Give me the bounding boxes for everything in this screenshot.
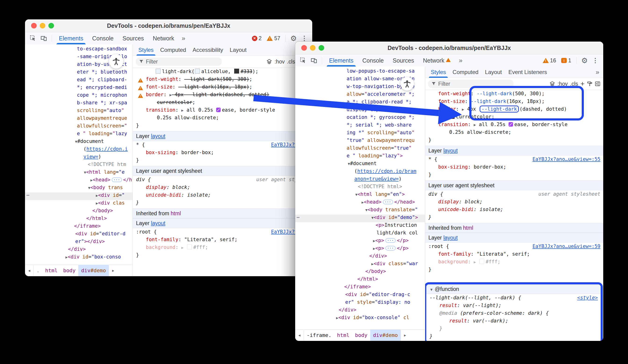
breadcrumb-item[interactable]: html (334, 330, 352, 341)
dock-side-icon[interactable] (595, 81, 600, 87)
css-declaration[interactable]: } (425, 214, 603, 222)
bezier-editor-icon[interactable] (508, 122, 513, 127)
dom-tree-line[interactable]: (https://cdpn.io/bram (295, 168, 425, 176)
dom-tree-line[interactable]: e " loading="lazy"> (295, 153, 425, 161)
dom-tree-line[interactable]: <!DOCTYPE html> (295, 184, 425, 191)
css-declaration[interactable]: box-sizing: border-box; (425, 164, 603, 172)
css-declaration[interactable]: font-weight: --light-dark(500, 300); (425, 91, 603, 99)
css-declaration[interactable]: background: ▶ #fff; (425, 259, 603, 267)
minimize-button[interactable] (310, 45, 315, 51)
tab-computed[interactable]: Computed (449, 66, 482, 78)
tab-console[interactable]: Console (88, 32, 117, 44)
device-toolbar-icon[interactable] (39, 34, 48, 43)
toggle-class-button[interactable]: .cls (570, 81, 578, 87)
dom-tree-line[interactable]: ▶<p>···</p> (295, 238, 425, 245)
dom-tree-line[interactable]: allowpaymentreque (25, 115, 133, 123)
tab-event-listeners[interactable]: Event Listeners (505, 66, 550, 78)
tab-sources[interactable]: Sources (119, 32, 148, 44)
device-toolbar-icon[interactable] (309, 56, 318, 65)
css-declaration[interactable]: @media (prefers-color-scheme: dark) { (426, 310, 601, 318)
toggle-hover-state-button[interactable]: :hov (274, 59, 284, 65)
css-declaration[interactable]: background: ▶ #fff; (133, 244, 312, 252)
css-declaration[interactable]: :root {EaYBJJx?view= (133, 229, 312, 237)
computed-layers-icon[interactable] (550, 81, 555, 87)
stylesheet-source-link[interactable]: EaYBJJx?ano…ue&view=:55 (532, 156, 600, 162)
css-declaration[interactable]: unicode-bidi: isolate; (133, 192, 312, 200)
dom-tree-line[interactable]: a *; clipboard-read *; (295, 99, 425, 107)
inspect-element-icon[interactable] (299, 56, 308, 65)
color-swatch[interactable] (234, 69, 239, 73)
css-declaration[interactable]: display: block; (133, 184, 312, 192)
zoom-button[interactable] (318, 45, 324, 51)
color-swatch[interactable] (450, 114, 455, 119)
dom-tree-line[interactable]: ▼<html lang="e (25, 169, 133, 177)
dom-tree-line[interactable]: allowfullscreen=" (25, 123, 133, 131)
css-declaration[interactable]: } (133, 200, 312, 208)
color-swatch[interactable] (195, 69, 200, 73)
more-tabs-chevron-icon[interactable]: » (457, 57, 464, 64)
tab-elements[interactable]: Elements (325, 55, 357, 66)
stylesheet-source-link[interactable]: <style> (577, 295, 598, 301)
breadcrumb-item[interactable]: div#demo (370, 330, 400, 341)
dom-tree-line[interactable]: ▶<div id="box-console" cl (295, 315, 425, 322)
error-count-badge[interactable]: ✕2 (252, 35, 262, 42)
dom-tree-line[interactable]: *; serial *; web-share (295, 122, 425, 130)
css-declaration[interactable]: } (425, 267, 603, 274)
rendering-emulation-icon[interactable] (587, 81, 592, 87)
css-declaration[interactable]: font-size: --light-dark(16px, 18px); (425, 99, 603, 106)
css-declaration[interactable]: transition: ▶ all 0.25s ease, border-sty… (425, 122, 603, 129)
css-declaration[interactable]: font-family: "Literata", serif; (133, 237, 312, 244)
dom-tree-line[interactable]: cope *; microphon (25, 92, 133, 100)
css-declaration[interactable]: } (426, 333, 601, 341)
toggle-class-button[interactable]: .cls (287, 59, 295, 65)
breadcrumb-item[interactable]: body (352, 330, 370, 341)
dom-tree-line[interactable]: </html> (25, 216, 133, 223)
dom-tree-line[interactable]: </div> (295, 253, 425, 261)
dom-tree-line[interactable]: ▶<div id="box-conso (25, 254, 133, 262)
tab-elements[interactable]: Elements (55, 32, 87, 44)
tab-styles[interactable]: Styles (135, 44, 157, 56)
css-declaration[interactable]: } (133, 122, 312, 130)
zoom-button[interactable] (48, 23, 54, 28)
css-declaration[interactable]: div {user agent stylesh (133, 177, 312, 184)
computed-layers-icon[interactable] (266, 59, 272, 64)
dom-tree-line[interactable]: er"></div> (25, 239, 133, 246)
css-declaration[interactable]: light-dark(aliceblue, #333); (133, 69, 312, 76)
css-declaration[interactable]: * {EaYBJJx?view= (133, 142, 312, 150)
color-swatch[interactable] (187, 244, 192, 249)
dom-tree-line[interactable]: anon=true&view=) (295, 176, 425, 184)
dom-tree-line[interactable]: </div> (295, 307, 425, 315)
dom-tree-line[interactable]: </div> (25, 246, 133, 254)
settings-gear-icon[interactable]: ⚙ (580, 56, 589, 65)
css-declaration[interactable]: transition: ▶ all 0.25s ease, border-sty… (133, 107, 312, 115)
css-declaration[interactable]: --light-dark(--light, --dark) {<style> (426, 295, 601, 303)
dom-tree-line[interactable]: <div id="editor-drag-c (295, 292, 425, 299)
css-declaration[interactable]: result: var(--light); (426, 303, 601, 310)
breadcrumb-item[interactable]: html (42, 265, 60, 276)
css-declaration[interactable]: } (426, 326, 601, 333)
warning-count-badge[interactable]: 16 (543, 58, 556, 64)
css-declaration[interactable]: } (425, 137, 603, 145)
dom-tree-line[interactable]: ▼<body trans (25, 185, 133, 192)
dom-tree-line[interactable]: ▶<div class="war (295, 261, 425, 268)
css-declaration[interactable]: 0.25s allow-discrete; (133, 115, 312, 122)
dom-tree-line[interactable]: (https://cdpn.i (25, 146, 133, 154)
css-declaration[interactable]: result: var(--dark); (426, 318, 601, 326)
css-declaration[interactable]: unicode-bidi: isolate; (425, 207, 603, 214)
dom-tree-line[interactable]: ▼<html lang="en"> (295, 191, 425, 199)
close-button[interactable] (301, 45, 307, 51)
dom-tree-line[interactable]: ▶<div clas (25, 200, 133, 208)
dom-tree-line[interactable]: </iframe> (25, 223, 133, 231)
dom-tree-line[interactable]: ead *; clipboard- (25, 77, 133, 84)
dom-tree-line[interactable]: e " loading="lazy (25, 131, 133, 138)
color-swatch[interactable] (479, 259, 484, 264)
color-swatch[interactable] (156, 69, 160, 73)
dom-tree-line[interactable]: <!DOCTYPE htm (25, 162, 133, 169)
css-declaration[interactable]: 0.25s allow-discrete; (425, 129, 603, 137)
dom-tree-line[interactable]: light/dark col (295, 230, 425, 238)
breadcrumb-back-button[interactable]: ◀ (295, 330, 304, 341)
more-options-kebab-icon[interactable]: ⋮ (591, 56, 600, 65)
ellipsis-pill-icon[interactable]: ··· (383, 200, 393, 204)
dom-tree-line[interactable]: ocation *; gyroscope *; (295, 115, 425, 122)
breadcrumb-item[interactable]: div#demo (78, 265, 109, 276)
